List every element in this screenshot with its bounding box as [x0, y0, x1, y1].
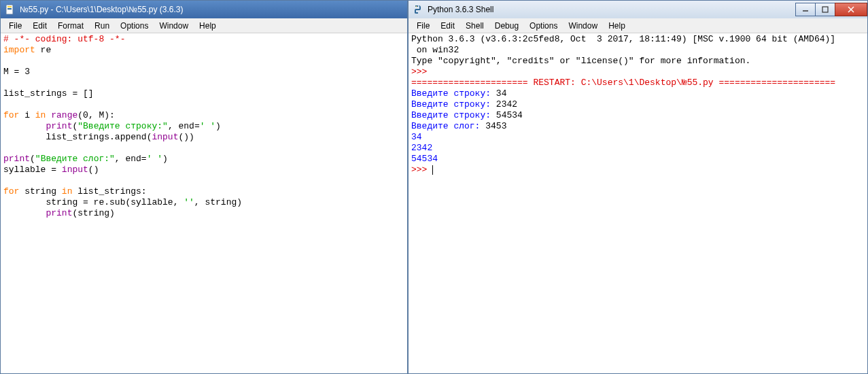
shell-menubar: File Edit Shell Debug Options Window Hel…: [409, 18, 867, 33]
menu-window[interactable]: Window: [154, 19, 194, 33]
python-file-icon: [5, 4, 16, 15]
text-cursor: [432, 165, 433, 175]
shell-title: Python 3.6.3 Shell: [428, 5, 796, 14]
svg-point-3: [416, 6, 417, 7]
editor-content[interactable]: # -*- coding: utf-8 -*- import re M = 3 …: [1, 33, 407, 373]
menu-help[interactable]: Help: [194, 19, 222, 33]
source-code[interactable]: # -*- coding: utf-8 -*- import re M = 3 …: [3, 34, 404, 219]
shell-window: Python 3.6.3 Shell File Edit Shell Debug…: [408, 0, 868, 374]
close-button[interactable]: [835, 3, 867, 16]
menu-options[interactable]: Options: [524, 19, 563, 33]
editor-titlebar[interactable]: №55.py - C:\Users\1\Desktop\№55.py (3.6.…: [1, 1, 407, 18]
menu-edit[interactable]: Edit: [27, 19, 52, 33]
menu-options[interactable]: Options: [115, 19, 154, 33]
editor-window: №55.py - C:\Users\1\Desktop\№55.py (3.6.…: [0, 0, 408, 374]
editor-menubar: File Edit Format Run Options Window Help: [1, 18, 407, 33]
menu-debug[interactable]: Debug: [489, 19, 524, 33]
window-controls: [796, 3, 867, 16]
menu-format[interactable]: Format: [52, 19, 89, 33]
menu-run[interactable]: Run: [89, 19, 115, 33]
editor-title: №55.py - C:\Users\1\Desktop\№55.py (3.6.…: [20, 5, 407, 14]
shell-titlebar[interactable]: Python 3.6.3 Shell: [409, 1, 867, 18]
menu-shell[interactable]: Shell: [460, 19, 489, 33]
menu-file[interactable]: File: [411, 19, 435, 33]
menu-edit[interactable]: Edit: [435, 19, 460, 33]
svg-rect-5: [822, 7, 828, 12]
menu-help[interactable]: Help: [603, 19, 631, 33]
minimize-button[interactable]: [795, 3, 816, 16]
svg-rect-1: [7, 6, 12, 7]
shell-content[interactable]: Python 3.6.3 (v3.6.3:2c5fed8, Oct 3 2017…: [409, 33, 867, 373]
menu-window[interactable]: Window: [563, 19, 603, 33]
menu-file[interactable]: File: [3, 19, 27, 33]
maximize-button[interactable]: [815, 3, 835, 16]
svg-rect-2: [7, 8, 12, 10]
shell-output[interactable]: Python 3.6.3 (v3.6.3:2c5fed8, Oct 3 2017…: [411, 34, 865, 175]
python-shell-icon: [413, 4, 423, 15]
